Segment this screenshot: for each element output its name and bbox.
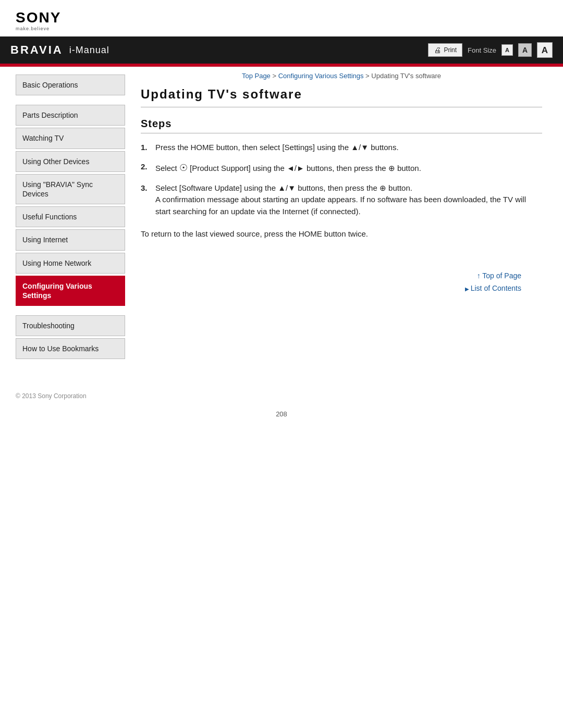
page-number: 208 bbox=[0, 410, 563, 423]
font-size-label: Font Size bbox=[468, 46, 496, 54]
page-bottom: © 2013 Sony Corporation bbox=[0, 382, 563, 410]
copyright: © 2013 Sony Corporation bbox=[16, 392, 87, 400]
bravia-title: BRAVIA i-Manual bbox=[10, 43, 109, 57]
section-heading-steps: Steps bbox=[141, 118, 542, 133]
main-layout: Basic Operations Parts Description Watch… bbox=[0, 67, 563, 372]
step-1-text: Press the HOME button, then select [Sett… bbox=[155, 142, 542, 154]
font-large-button[interactable]: A bbox=[537, 42, 553, 58]
page-title: Updating TV's software bbox=[141, 87, 542, 107]
content-area: Top Page > Configuring Various Settings … bbox=[125, 67, 563, 372]
nav-right: 🖨 Print Font Size A A A bbox=[428, 42, 553, 58]
sidebar-item-using-other-devices[interactable]: Using Other Devices bbox=[16, 151, 125, 172]
list-of-contents-link[interactable]: List of Contents bbox=[465, 284, 521, 292]
sidebar-item-troubleshooting[interactable]: Troubleshooting bbox=[16, 315, 125, 336]
step-2-text: Select ☉ [Product Support] using the ◄/►… bbox=[155, 161, 542, 175]
print-button[interactable]: 🖨 Print bbox=[428, 43, 462, 57]
bravia-brand: BRAVIA bbox=[10, 43, 63, 57]
step-2: 2. Select ☉ [Product Support] using the … bbox=[141, 161, 542, 175]
sony-tagline: make.believe bbox=[16, 26, 50, 31]
breadcrumb-section[interactable]: Configuring Various Settings bbox=[278, 72, 364, 80]
note-text: To return to the last viewed source, pre… bbox=[141, 228, 542, 240]
sidebar-item-how-to-use-bookmarks[interactable]: How to Use Bookmarks bbox=[16, 338, 125, 359]
breadcrumb-current: Updating TV's software bbox=[371, 72, 441, 80]
breadcrumb: Top Page > Configuring Various Settings … bbox=[141, 72, 542, 80]
footer-links: Top of Page List of Contents bbox=[141, 272, 521, 292]
step-2-num: 2. bbox=[141, 161, 151, 175]
steps-list: 1. Press the HOME button, then select [S… bbox=[141, 142, 542, 217]
font-small-button[interactable]: A bbox=[501, 44, 513, 56]
sidebar-item-parts-description[interactable]: Parts Description bbox=[16, 105, 125, 126]
sony-logo: SONY make.believe bbox=[16, 9, 547, 31]
logo-area: SONY make.believe bbox=[0, 0, 563, 36]
breadcrumb-sep2: > bbox=[365, 72, 371, 80]
top-nav-bar: BRAVIA i-Manual 🖨 Print Font Size A A A bbox=[0, 36, 563, 64]
breadcrumb-sep1: > bbox=[272, 72, 278, 80]
sidebar: Basic Operations Parts Description Watch… bbox=[0, 67, 125, 372]
sidebar-item-using-bravia-sync[interactable]: Using "BRAVIA" Sync Devices bbox=[16, 174, 125, 204]
sony-wordmark: SONY bbox=[16, 9, 61, 26]
step-3-num: 3. bbox=[141, 182, 151, 218]
step-3: 3. Select [Software Update] using the ▲/… bbox=[141, 182, 542, 218]
print-label: Print bbox=[444, 46, 457, 54]
step-1: 1. Press the HOME button, then select [S… bbox=[141, 142, 542, 154]
breadcrumb-top-page[interactable]: Top Page bbox=[242, 72, 271, 80]
sidebar-item-useful-functions[interactable]: Useful Functions bbox=[16, 206, 125, 227]
step-3-text: Select [Software Update] using the ▲/▼ b… bbox=[155, 182, 542, 218]
step-1-num: 1. bbox=[141, 142, 151, 154]
print-icon: 🖨 bbox=[434, 46, 441, 54]
sidebar-item-watching-tv[interactable]: Watching TV bbox=[16, 128, 125, 149]
imanual-text: i-Manual bbox=[69, 45, 109, 56]
sidebar-item-using-home-network[interactable]: Using Home Network bbox=[16, 253, 125, 274]
top-of-page-link[interactable]: Top of Page bbox=[477, 272, 521, 280]
sidebar-item-using-internet[interactable]: Using Internet bbox=[16, 229, 125, 250]
sidebar-item-configuring-settings[interactable]: Configuring Various Settings bbox=[16, 276, 125, 306]
font-mid-button[interactable]: A bbox=[518, 43, 532, 57]
sidebar-item-basic-operations[interactable]: Basic Operations bbox=[16, 75, 125, 95]
